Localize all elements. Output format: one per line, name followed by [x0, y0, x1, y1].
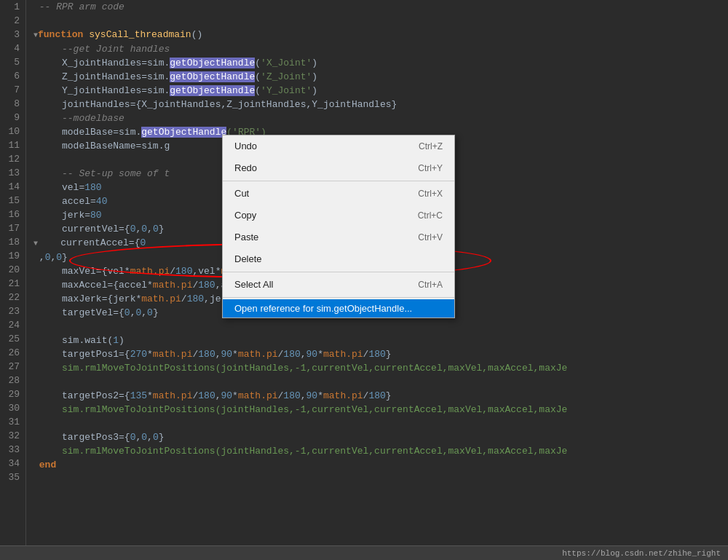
- token: targetPos3={: [39, 432, 130, 443]
- token: 180: [283, 390, 300, 401]
- token: 180: [198, 280, 215, 291]
- code-line-28: [33, 375, 728, 389]
- menu-item-undo[interactable]: UndoCtrl+Z: [223, 135, 454, 157]
- status-url: https://blog.csdn.net/zhihe_right: [562, 549, 721, 558]
- line-number-17: 17: [3, 221, 20, 235]
- line-number-19: 19: [3, 249, 20, 263]
- token: X_jointHandles=sim.: [39, 58, 170, 68]
- token: sim.rmlMoveToJointPositions(jointHandles…: [39, 363, 568, 374]
- menu-item-shortcut: Ctrl+X: [418, 186, 443, 201]
- context-menu: UndoCtrl+ZRedoCtrl+YCutCtrl+XCopyCtrl+CP…: [222, 135, 455, 318]
- token: }: [386, 390, 392, 401]
- token: ,: [215, 390, 221, 401]
- token: (: [255, 85, 261, 96]
- token: 180: [175, 266, 192, 277]
- line-number-9: 9: [3, 111, 20, 125]
- token: accel=: [39, 196, 96, 207]
- menu-item-shortcut: Ctrl+V: [418, 230, 443, 245]
- token: targetPos1={: [39, 349, 130, 360]
- token: ,: [141, 307, 147, 318]
- code-line-24: [33, 320, 728, 334]
- token: getObjectHandle: [141, 127, 226, 138]
- token: 90: [306, 349, 318, 360]
- menu-item-label: Undo: [234, 139, 257, 154]
- token: 0: [124, 307, 130, 318]
- code-line-32: targetPos3={0,0,0}: [33, 430, 728, 444]
- token: sysCall_threadmain: [89, 29, 191, 40]
- line-number-18: 18: [3, 235, 20, 249]
- menu-item-copy[interactable]: CopyCtrl+C: [223, 205, 454, 226]
- code-line-5: X_jointHandles=sim.getObjectHandle('X_Jo…: [33, 56, 728, 70]
- menu-separator: [223, 297, 454, 298]
- menu-item-shortcut: Ctrl+Y: [418, 161, 443, 176]
- code-line-27: sim.rmlMoveToJointPositions(jointHandles…: [33, 361, 728, 375]
- token: math.pi: [153, 280, 193, 291]
- token: 180: [198, 390, 215, 401]
- code-line-33: sim.rmlMoveToJointPositions(jointHandles…: [33, 444, 728, 458]
- line-number-33: 33: [3, 443, 20, 457]
- token: ,: [301, 349, 306, 360]
- code-line-3: ▼function sysCall_threadmain(): [33, 28, 728, 42]
- menu-item-label: Paste: [234, 230, 258, 245]
- menu-item-label: Cut: [234, 186, 249, 201]
- menu-item-label: Delete: [234, 252, 262, 267]
- menu-separator: [223, 272, 454, 272]
- token: math.pi: [141, 293, 181, 304]
- menu-item-shortcut: Ctrl+A: [418, 277, 443, 292]
- line-number-32: 32: [3, 429, 20, 443]
- token: 180: [368, 349, 385, 360]
- line-number-5: 5: [3, 55, 20, 69]
- token: ): [312, 58, 317, 68]
- token: jerk=: [39, 210, 90, 221]
- line-number-2: 2: [3, 14, 20, 28]
- menu-item-redo[interactable]: RedoCtrl+Y: [223, 157, 454, 179]
- menu-item-cut[interactable]: CutCtrl+X: [223, 183, 454, 205]
- token: Z_jointHandles=sim.: [39, 71, 170, 82]
- line-number-6: 6: [3, 69, 20, 83]
- token: ): [312, 71, 317, 82]
- code-line-4: --get Joint handles: [33, 42, 728, 56]
- menu-item-shortcut: Ctrl+C: [418, 208, 443, 223]
- token: 180: [368, 390, 385, 401]
- code-line-8: jointHandles={X_jointHandles,Z_jointHand…: [33, 98, 728, 111]
- code-line-2: [33, 14, 728, 28]
- token: targetVel={: [39, 307, 124, 318]
- code-line-26: targetPos1={270*math.pi/180,90*math.pi/1…: [33, 347, 728, 361]
- line-number-27: 27: [3, 360, 20, 374]
- menu-item-open-reference[interactable]: Open reference for sim.getObjectHandle..…: [223, 299, 454, 318]
- code-line-1: -- RPR arm code: [33, 0, 728, 14]
- token: end: [39, 460, 56, 470]
- token: math.pi: [238, 349, 278, 360]
- line-number-28: 28: [3, 374, 20, 387]
- token: 0: [147, 307, 153, 318]
- line-number-8: 8: [3, 97, 20, 111]
- token: vel=: [39, 182, 84, 193]
- menu-item-select-all[interactable]: Select AllCtrl+A: [223, 274, 454, 296]
- token: 270: [130, 349, 147, 360]
- token: 'Y_Joint': [261, 85, 312, 96]
- line-number-14: 14: [3, 180, 20, 194]
- token: targetPos2={: [39, 390, 130, 401]
- code-line-29: targetPos2={135*math.pi/180,90*math.pi/1…: [33, 389, 728, 403]
- token: ,: [147, 224, 153, 234]
- token: math.pi: [323, 390, 363, 401]
- token: 'X_Joint': [261, 58, 312, 68]
- token: jointHandles={X_jointHandles,Z_jointHand…: [39, 99, 397, 110]
- token: *: [317, 349, 323, 360]
- menu-item-paste[interactable]: PasteCtrl+V: [223, 226, 454, 248]
- line-number-30: 30: [3, 401, 20, 415]
- token: -- Set-up some of t: [39, 168, 170, 179]
- code-line-6: Z_jointHandles=sim.getObjectHandle('Z_Jo…: [33, 70, 728, 84]
- token: ,: [215, 349, 221, 360]
- status-bar: https://blog.csdn.net/zhihe_right: [0, 545, 728, 560]
- token: currentVel={: [39, 224, 130, 234]
- menu-item-delete[interactable]: Delete: [223, 248, 454, 270]
- line-number-7: 7: [3, 83, 20, 97]
- line-number-35: 35: [3, 470, 20, 484]
- token: ,: [147, 432, 153, 443]
- token: 80: [90, 210, 102, 221]
- line-number-31: 31: [3, 415, 20, 429]
- token: *: [232, 390, 238, 401]
- token: (: [255, 71, 261, 82]
- token: *: [147, 390, 153, 401]
